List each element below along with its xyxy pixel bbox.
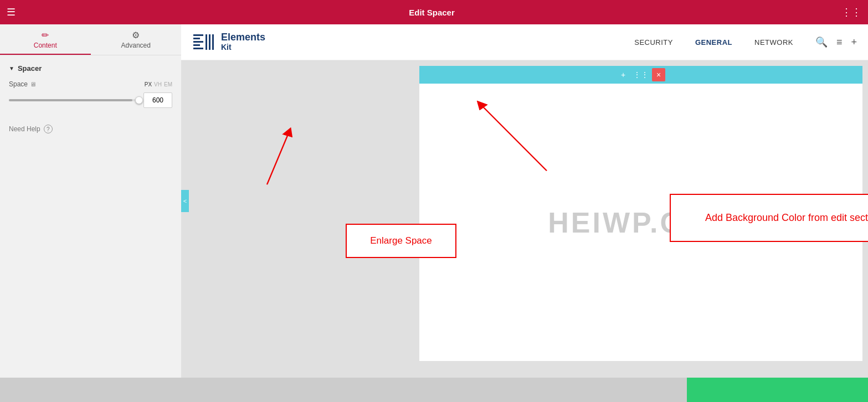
svg-line-8 (267, 132, 289, 185)
main-layout: ✏ Content ⚙ Advanced ▼ Spacer Space 🖥 PX (0, 24, 868, 378)
nav-general[interactable]: GENERAL (695, 38, 732, 47)
nav-links: SECURITY GENERAL NETWORK (634, 38, 793, 47)
section-arrow-icon: ▼ (9, 65, 14, 71)
page-title: Edit Spacer (22, 8, 841, 17)
panel-tabs: ✏ Content ⚙ Advanced (0, 24, 181, 55)
search-icon[interactable]: 🔍 (815, 36, 828, 48)
space-slider-row (9, 92, 172, 108)
need-help-label: Need Help (9, 125, 40, 133)
logo-icon (192, 32, 217, 52)
add-section-button[interactable]: + (617, 68, 630, 81)
enlarge-space-label: Enlarge Space (370, 235, 432, 246)
menu-icon[interactable]: ≡ (836, 37, 843, 48)
top-nav: Elements Kit SECURITY GENERAL NETWORK 🔍 … (181, 24, 868, 60)
svg-rect-0 (193, 34, 203, 36)
add-icon[interactable]: + (851, 37, 857, 48)
space-slider-track[interactable] (9, 99, 139, 101)
logo-area: Elements Kit (192, 32, 265, 52)
need-help-row: Need Help ? (9, 125, 172, 133)
top-bar: ☰ Edit Spacer ⋮⋮ (0, 0, 868, 24)
logo-text: Elements Kit (221, 32, 265, 51)
close-section-button[interactable]: × (652, 68, 665, 81)
nav-network[interactable]: NETWORK (754, 38, 793, 47)
tab-content[interactable]: ✏ Content (0, 24, 91, 55)
unit-px[interactable]: PX (145, 81, 152, 87)
help-icon[interactable]: ? (44, 125, 53, 133)
bottom-green-button[interactable] (687, 378, 868, 402)
svg-rect-6 (209, 34, 210, 50)
slider-thumb[interactable] (135, 96, 143, 104)
svg-rect-5 (206, 34, 207, 50)
svg-rect-1 (193, 38, 200, 39)
unit-em[interactable]: EM (164, 81, 172, 87)
logo-line2: Kit (221, 43, 265, 51)
right-area: Elements Kit SECURITY GENERAL NETWORK 🔍 … (181, 24, 868, 378)
content-tab-label: Content (34, 42, 57, 49)
nav-actions: 🔍 ≡ + (815, 36, 857, 48)
nav-security[interactable]: SECURITY (634, 38, 673, 47)
collapse-handle[interactable]: < (181, 190, 189, 212)
spacer-section-header[interactable]: ▼ Spacer (9, 64, 172, 73)
add-background-label: Add Background Color from edit section (705, 212, 868, 224)
hamburger-menu-icon[interactable]: ☰ (7, 6, 16, 18)
left-panel: ✏ Content ⚙ Advanced ▼ Spacer Space 🖥 PX (0, 24, 181, 378)
svg-rect-4 (193, 48, 203, 49)
logo-line1: Elements (221, 32, 265, 43)
panel-content: ▼ Spacer Space 🖥 PX VH EM (0, 55, 181, 378)
bottom-bar (0, 378, 868, 402)
space-value-input[interactable] (143, 92, 172, 108)
enlarge-space-annotation: Enlarge Space (346, 224, 456, 258)
add-background-annotation: Add Background Color from edit section (670, 194, 868, 242)
move-section-button[interactable]: ⋮⋮ (634, 68, 648, 81)
svg-rect-7 (212, 34, 214, 50)
unit-tabs: PX VH EM (145, 81, 172, 87)
monitor-icon: 🖥 (30, 81, 36, 87)
canvas-area: + ⋮⋮ × HEIWP.COM Enlarge Space Add Backg… (181, 60, 868, 378)
slider-fill (9, 99, 132, 101)
space-field-label: Space 🖥 (9, 80, 145, 88)
svg-rect-2 (193, 41, 203, 43)
tab-advanced[interactable]: ⚙ Advanced (91, 24, 182, 55)
grid-menu-icon[interactable]: ⋮⋮ (841, 6, 861, 18)
advanced-tab-icon: ⚙ (132, 30, 140, 40)
advanced-tab-label: Advanced (121, 42, 151, 49)
unit-vh[interactable]: VH (154, 81, 162, 87)
section-toolbar: + ⋮⋮ × (419, 66, 862, 84)
content-tab-icon: ✏ (42, 30, 49, 40)
space-field-row: Space 🖥 PX VH EM (9, 80, 172, 88)
collapse-icon: < (183, 198, 187, 204)
section-title: Spacer (18, 64, 42, 73)
svg-rect-3 (193, 44, 200, 46)
